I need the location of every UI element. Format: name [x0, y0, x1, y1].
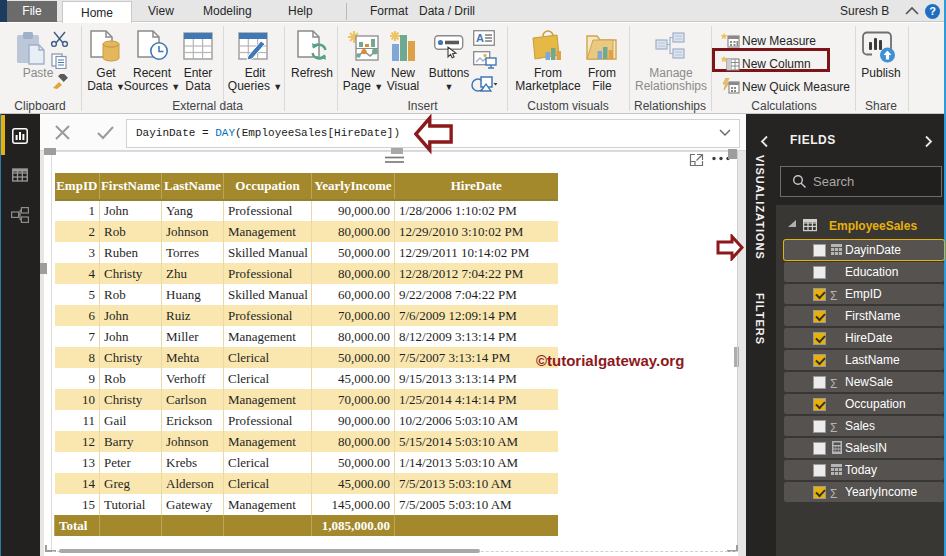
svg-text:A: A: [476, 32, 484, 44]
